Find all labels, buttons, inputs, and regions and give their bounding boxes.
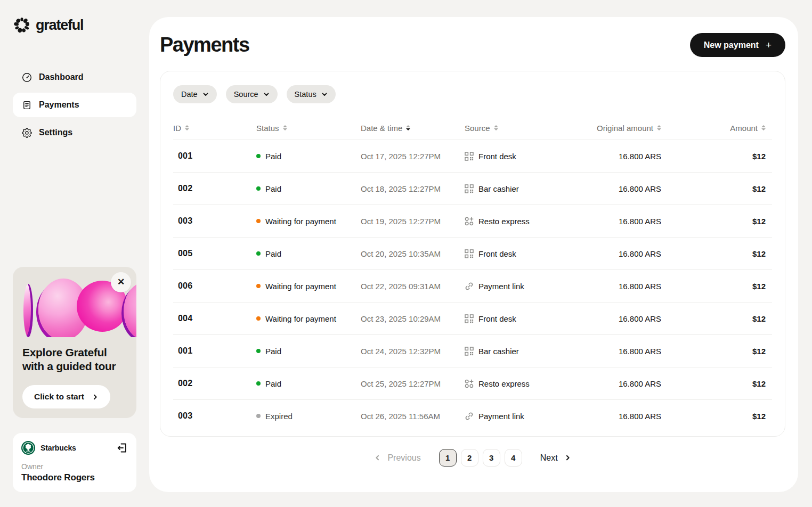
status-dot: [256, 154, 261, 158]
dashboard-icon: [22, 72, 32, 83]
new-payment-button[interactable]: New payment +: [690, 33, 785, 57]
starbucks-logo: [21, 441, 35, 455]
sidebar-item-label: Dashboard: [39, 72, 84, 82]
filter-label: Status: [295, 90, 316, 99]
cell-amount: $12: [661, 217, 772, 226]
chevron-right-icon: [92, 394, 99, 400]
guided-tour-promo-card: ✕ Explore Grateful with a guided tour Cl…: [13, 267, 136, 418]
source-label: Payment link: [478, 412, 524, 421]
account-card[interactable]: Starbucks Owner Theodore Rogers: [13, 433, 136, 492]
status-dot: [256, 186, 261, 191]
sort-icon: [761, 125, 766, 130]
cell-source: Bar cashier: [465, 347, 580, 356]
apps-icon: [465, 217, 474, 226]
table-row[interactable]: 001PaidOct 17, 2025 12:27PM Front desk16…: [173, 140, 772, 172]
table-row[interactable]: 004Waiting for paymentOct 23, 2025 10:29…: [173, 302, 772, 334]
sidebar-item-dashboard[interactable]: Dashboard: [13, 65, 136, 89]
filter-bar: DateSourceStatus: [173, 85, 772, 103]
sidebar-item-payments[interactable]: Payments: [13, 93, 136, 117]
cell-id: 005: [173, 249, 256, 258]
cell-original-amount: 16.800 ARS: [580, 282, 661, 291]
qr-icon: [465, 249, 474, 258]
plus-icon: +: [766, 39, 772, 51]
sort-up-arrow: [494, 125, 498, 127]
tour-start-button[interactable]: Click to start: [22, 385, 110, 408]
column-label: ID: [173, 124, 181, 133]
next-page-button[interactable]: Next: [540, 453, 571, 463]
cell-status: Paid: [256, 347, 361, 356]
sidebar: grateful Dashboard Payments Settings ✕ E…: [0, 0, 149, 507]
logout-button[interactable]: [116, 442, 128, 454]
sort-up-arrow: [283, 125, 287, 127]
table-row[interactable]: 005PaidOct 20, 2025 10:35AM Front desk16…: [173, 237, 772, 269]
sort-down-arrow: [761, 128, 766, 130]
filter-status[interactable]: Status: [287, 85, 336, 103]
table-row[interactable]: 006Waiting for paymentOct 22, 2025 09:31…: [173, 269, 772, 302]
promo-close-button[interactable]: ✕: [111, 272, 131, 292]
cell-source: Resto express: [465, 217, 580, 226]
previous-page-button[interactable]: Previous: [374, 453, 420, 463]
status-dot: [256, 414, 261, 418]
brand-logo: grateful: [13, 16, 136, 34]
status-dot: [256, 316, 261, 321]
cell-original-amount: 16.800 ARS: [580, 249, 661, 258]
source-label: Bar cashier: [478, 184, 519, 193]
column-label: Original amount: [597, 124, 653, 133]
table-row[interactable]: 003Waiting for paymentOct 19, 2025 12:27…: [173, 205, 772, 237]
status-label: Waiting for payment: [265, 217, 336, 226]
sort-up-arrow: [761, 125, 766, 127]
cell-amount: $12: [661, 412, 772, 421]
cell-datetime: Oct 17, 2025 12:27PM: [361, 152, 465, 161]
filter-date[interactable]: Date: [173, 85, 217, 103]
cell-status: Paid: [256, 184, 361, 193]
sidebar-item-settings[interactable]: Settings: [13, 120, 136, 145]
table-row[interactable]: 001PaidOct 24, 2025 12:32PM Bar cashier1…: [173, 334, 772, 367]
chevron-left-icon: [374, 454, 381, 461]
source-label: Front desk: [478, 152, 516, 161]
account-role-label: Owner: [21, 462, 128, 471]
link-icon: [465, 412, 474, 421]
cell-status: Waiting for payment: [256, 217, 361, 226]
status-label: Paid: [265, 249, 281, 258]
column-label: Amount: [730, 124, 758, 133]
cell-amount: $12: [661, 184, 772, 193]
column-header-status[interactable]: Status: [256, 124, 361, 133]
table-row[interactable]: 003ExpiredOct 26, 2025 11:56AM Payment l…: [173, 399, 772, 432]
column-header-source[interactable]: Source: [465, 124, 580, 133]
promo-shape-sliver: [23, 284, 33, 337]
cell-amount: $12: [661, 379, 772, 388]
sort-down-arrow: [494, 128, 498, 130]
column-header-id[interactable]: ID: [173, 124, 256, 133]
status-label: Paid: [265, 347, 281, 356]
qr-icon: [465, 314, 474, 323]
cell-source: Front desk: [465, 314, 580, 323]
grateful-burst-icon: [13, 16, 31, 34]
page-button-1[interactable]: 1: [439, 449, 457, 467]
filter-label: Date: [181, 90, 198, 99]
page-button-4[interactable]: 4: [505, 449, 522, 467]
cell-id: 001: [173, 151, 256, 161]
status-label: Waiting for payment: [265, 314, 336, 323]
column-header-amount[interactable]: Amount: [661, 124, 772, 133]
filter-source[interactable]: Source: [226, 85, 278, 103]
apps-icon: [465, 379, 474, 388]
cell-id: 001: [173, 346, 256, 356]
column-label: Status: [256, 124, 279, 133]
status-label: Waiting for payment: [265, 282, 336, 291]
table-row[interactable]: 002PaidOct 25, 2025 12:27PM Resto expres…: [173, 367, 772, 399]
table-row[interactable]: 002PaidOct 18, 2025 12:27PM Bar cashier1…: [173, 172, 772, 205]
payments-icon: [22, 100, 32, 110]
page-button-3[interactable]: 3: [483, 449, 500, 467]
table-header-row: IDStatusDate & timeSourceOriginal amount…: [173, 116, 772, 140]
cell-status: Waiting for payment: [256, 282, 361, 291]
page-title: Payments: [160, 34, 249, 56]
cell-amount: $12: [661, 347, 772, 356]
column-header-date-time[interactable]: Date & time: [361, 124, 465, 133]
column-header-original-amount[interactable]: Original amount: [580, 124, 661, 133]
starbucks-logo: [21, 441, 35, 455]
page-button-2[interactable]: 2: [461, 449, 478, 467]
column-label: Date & time: [361, 124, 402, 133]
sort-up-arrow: [406, 125, 410, 127]
sort-icon: [283, 125, 287, 130]
settings-icon: [22, 128, 32, 138]
